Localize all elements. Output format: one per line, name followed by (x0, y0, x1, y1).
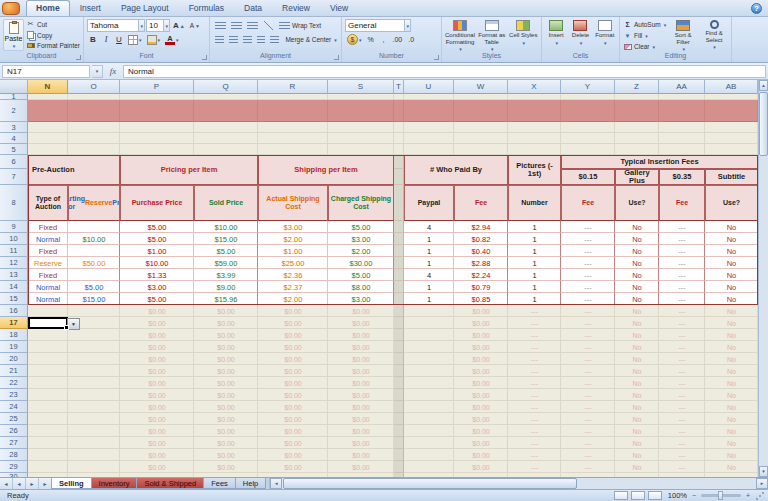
format-as-table-button[interactable]: Format as Table▾ (477, 19, 506, 53)
cell-N29[interactable] (28, 461, 68, 473)
row-header-2[interactable]: 2 (0, 100, 28, 122)
column-header-Y[interactable]: Y (561, 80, 615, 94)
dialog-launcher-icon[interactable] (334, 55, 339, 60)
cell-N22[interactable] (28, 377, 68, 389)
row-header-27[interactable]: 27 (0, 437, 28, 449)
row-header-7[interactable]: 7 (0, 169, 28, 185)
row-header-15[interactable]: 15 (0, 293, 28, 305)
ribbon-tab-formulas[interactable]: Formulas (179, 0, 234, 16)
sheet-tab-fees[interactable]: Fees (203, 478, 236, 489)
align-right-button[interactable] (241, 33, 254, 46)
column-header-Z[interactable]: Z (615, 80, 659, 94)
cell-O21[interactable] (68, 365, 120, 377)
cell-N28[interactable] (28, 449, 68, 461)
column-header-U[interactable]: U (404, 80, 454, 94)
scroll-left-icon[interactable]: ◄ (270, 478, 282, 489)
cell-T15[interactable] (394, 293, 404, 305)
row-header-11[interactable]: 11 (0, 245, 28, 257)
cell-N16[interactable] (28, 305, 68, 317)
cell-T18[interactable] (394, 329, 404, 341)
chevron-down-icon[interactable]: ▾ (163, 20, 169, 31)
italic-button[interactable]: I (100, 33, 112, 46)
cell-T16[interactable] (394, 305, 404, 317)
normal-view-button[interactable] (614, 491, 628, 500)
fill-button[interactable]: ▼Fill▾ (623, 30, 666, 41)
cell-U4[interactable] (404, 133, 454, 144)
cell-T7[interactable] (394, 169, 404, 185)
align-top-button[interactable] (213, 19, 228, 32)
cell-Y2[interactable] (561, 100, 615, 122)
ribbon-tab-view[interactable]: View (320, 0, 358, 16)
cell-S5[interactable] (328, 144, 394, 155)
cell-T22[interactable] (394, 377, 404, 389)
cell-O27[interactable] (68, 437, 120, 449)
column-header-X[interactable]: X (508, 80, 561, 94)
cell-N20[interactable] (28, 353, 68, 365)
row-header-3[interactable]: 3 (0, 122, 28, 133)
cell-U17[interactable] (404, 317, 454, 329)
ribbon-tab-insert[interactable]: Insert (70, 0, 111, 16)
column-header-O[interactable]: O (68, 80, 120, 94)
cell-N23[interactable] (28, 389, 68, 401)
autosum-button[interactable]: ΣAutoSum▾ (623, 19, 666, 30)
cell-N24[interactable] (28, 401, 68, 413)
cell-U29[interactable] (404, 461, 454, 473)
copy-button[interactable]: Copy (26, 30, 80, 41)
cell-R4[interactable] (258, 133, 328, 144)
cell-Z2[interactable] (615, 100, 659, 122)
row-header-9[interactable]: 9 (0, 221, 28, 233)
cell-T17[interactable] (394, 317, 404, 329)
name-box-dropdown[interactable]: ▾ (92, 65, 103, 78)
comma-format-button[interactable]: , (378, 33, 390, 46)
row-header-16[interactable]: 16 (0, 305, 28, 317)
cell-U20[interactable] (404, 353, 454, 365)
column-header-Q[interactable]: Q (194, 80, 258, 94)
cell-U24[interactable] (404, 401, 454, 413)
cell-T6[interactable] (394, 155, 404, 169)
previous-sheet-button[interactable]: ◄ (13, 478, 26, 489)
row-header-8[interactable]: 8 (0, 185, 28, 221)
cell-Z5[interactable] (615, 144, 659, 155)
cell-T29[interactable] (394, 461, 404, 473)
align-bottom-button[interactable] (245, 19, 260, 32)
cell-N4[interactable] (28, 133, 68, 144)
cell-N3[interactable] (28, 122, 68, 133)
cell-AB2[interactable] (705, 100, 758, 122)
currency-format-button[interactable]: $▾ (345, 33, 364, 46)
cell-W3[interactable] (454, 122, 508, 133)
conditional-formatting-button[interactable]: Conditional Formatting▾ (445, 19, 475, 53)
cell-T21[interactable] (394, 365, 404, 377)
row-header-23[interactable]: 23 (0, 389, 28, 401)
sheet-tab-selling[interactable]: Selling (51, 478, 92, 489)
cell-Y5[interactable] (561, 144, 615, 155)
cell-O23[interactable] (68, 389, 120, 401)
horizontal-scrollbar[interactable]: ◄ ► (269, 478, 768, 489)
cell-T5[interactable] (394, 144, 404, 155)
column-header-AB[interactable]: AB (705, 80, 758, 94)
decrease-decimal-button[interactable]: .0 (405, 33, 417, 46)
cell-P5[interactable] (120, 144, 194, 155)
cell-R2[interactable] (258, 100, 328, 122)
cell-T25[interactable] (394, 413, 404, 425)
insert-function-button[interactable]: fx (105, 66, 121, 76)
insert-cells-button[interactable]: Insert▾ (545, 19, 567, 46)
align-middle-button[interactable] (229, 19, 244, 32)
row-header-20[interactable]: 20 (0, 353, 28, 365)
sort-filter-button[interactable]: Sort & Filter▾ (669, 19, 697, 52)
align-left-button[interactable] (213, 33, 226, 46)
cell-T8[interactable] (394, 185, 404, 221)
page-break-view-button[interactable] (648, 491, 662, 500)
cell-T23[interactable] (394, 389, 404, 401)
column-header-W[interactable]: W (454, 80, 508, 94)
chevron-down-icon[interactable]: ▾ (138, 20, 144, 31)
cell-O5[interactable] (68, 144, 120, 155)
cell-X4[interactable] (508, 133, 561, 144)
cell-U26[interactable] (404, 425, 454, 437)
worksheet-grid[interactable]: NOPQRSTUWXYZAAAB123456789101112131415161… (0, 80, 758, 477)
cell-O3[interactable] (68, 122, 120, 133)
row-header-18[interactable]: 18 (0, 329, 28, 341)
cell-Q4[interactable] (194, 133, 258, 144)
row-header-30[interactable]: 30 (0, 473, 28, 477)
office-button[interactable] (2, 2, 20, 15)
cell-T24[interactable] (394, 401, 404, 413)
